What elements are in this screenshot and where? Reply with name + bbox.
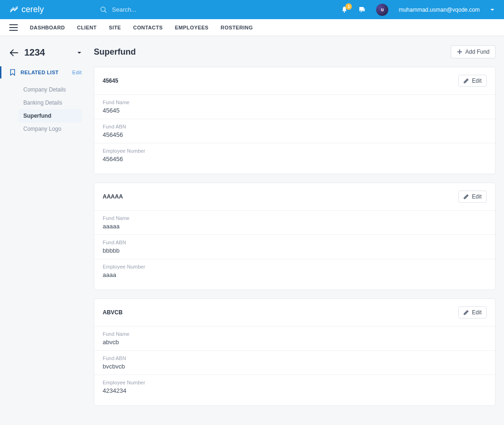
brand-name: cerely	[21, 5, 44, 14]
edit-button[interactable]: Edit	[458, 75, 487, 87]
search-wrap	[100, 6, 205, 14]
nav-rostering[interactable]: ROSTERING	[221, 25, 253, 30]
messages-button[interactable]	[358, 6, 366, 14]
brand: cerely	[9, 5, 44, 14]
breadcrumb-title: 1234	[24, 47, 71, 58]
nav-site[interactable]: SITE	[109, 25, 121, 30]
pencil-icon	[463, 194, 469, 199]
related-list-header: RELATED LIST Edit	[0, 66, 82, 78]
top-bar: cerely 1 u muhammad.usman@vqode.com	[0, 0, 504, 19]
field-value-fund-name: abvcb	[103, 339, 487, 346]
user-email[interactable]: muhammad.usman@vqode.com	[399, 7, 480, 13]
notifications-button[interactable]: 1	[341, 6, 348, 14]
add-fund-label: Add Fund	[465, 49, 490, 55]
field-label-fund-name: Fund Name	[103, 331, 487, 337]
nav-dashboard[interactable]: DASHBOARD	[30, 25, 65, 30]
plus-icon	[457, 49, 462, 55]
field-value-employee-number: aaaa	[103, 271, 487, 278]
field-value-fund-abn: bvcbvcb	[103, 363, 487, 370]
page-title: Superfund	[94, 47, 136, 57]
svg-line-1	[105, 11, 106, 13]
nav-client[interactable]: CLIENT	[77, 25, 97, 30]
nav-contacts[interactable]: CONTACTS	[133, 25, 163, 30]
search-input[interactable]	[112, 6, 205, 13]
field-label-fund-name: Fund Name	[103, 99, 487, 105]
user-menu-caret-icon[interactable]	[490, 7, 495, 12]
fund-card-title: ABVCB	[103, 309, 123, 316]
sidebar-item-company-logo[interactable]: Company Logo	[19, 122, 82, 135]
fund-card: ABVCB Edit Fund Name abvcb Fund ABN bvcb…	[94, 298, 496, 406]
fund-card-title: AAAAA	[103, 193, 123, 200]
sidebar-list: Company Details Banking Details Superfun…	[9, 83, 82, 135]
field-label-employee-number: Employee Number	[103, 264, 487, 269]
field-label-employee-number: Employee Number	[103, 380, 487, 385]
related-list-edit-link[interactable]: Edit	[72, 70, 82, 75]
fund-card: AAAAA Edit Fund Name aaaaa Fund ABN bbbb…	[94, 183, 496, 290]
svg-point-0	[101, 7, 105, 11]
edit-button[interactable]: Edit	[458, 306, 487, 319]
breadcrumb: 1234	[9, 47, 82, 58]
field-label-employee-number: Employee Number	[103, 148, 487, 154]
pencil-icon	[463, 310, 469, 315]
field-value-fund-name: 45645	[103, 107, 487, 114]
edit-button[interactable]: Edit	[458, 191, 487, 203]
brand-logo-icon	[9, 6, 19, 14]
edit-label: Edit	[472, 193, 482, 200]
nav-bar: DASHBOARD CLIENT SITE CONTACTS EMPLOYEES…	[0, 19, 504, 36]
nav-items: DASHBOARD CLIENT SITE CONTACTS EMPLOYEES…	[30, 25, 253, 30]
notification-badge: 1	[345, 3, 352, 10]
page-body: 1234 RELATED LIST Edit Company Details B…	[0, 36, 504, 425]
field-label-fund-abn: Fund ABN	[103, 240, 487, 245]
sidebar-item-superfund[interactable]: Superfund	[19, 109, 82, 122]
svg-point-2	[344, 11, 345, 13]
main-header: Superfund Add Fund	[94, 45, 496, 58]
nav-employees[interactable]: EMPLOYEES	[175, 25, 209, 30]
sidebar: 1234 RELATED LIST Edit Company Details B…	[0, 44, 86, 414]
field-label-fund-name: Fund Name	[103, 215, 487, 221]
sidebar-item-company-details[interactable]: Company Details	[19, 83, 82, 96]
field-value-fund-abn: bbbbb	[103, 247, 487, 254]
search-icon	[100, 6, 107, 14]
main-content: Superfund Add Fund 45645 Edit Fun	[86, 44, 496, 414]
fund-card: 45645 Edit Fund Name 45645 Fund ABN 4564…	[94, 67, 496, 174]
pencil-icon	[463, 78, 469, 84]
related-list-label: RELATED LIST	[21, 70, 59, 75]
field-label-fund-abn: Fund ABN	[103, 355, 487, 361]
hamburger-icon[interactable]	[9, 24, 18, 31]
field-value-employee-number: 456456	[103, 156, 487, 163]
field-value-employee-number: 4234234	[103, 387, 487, 394]
edit-label: Edit	[472, 78, 482, 84]
fund-card-title: 45645	[103, 78, 118, 84]
sidebar-item-banking-details[interactable]: Banking Details	[19, 96, 82, 109]
field-value-fund-abn: 456456	[103, 131, 487, 138]
topbar-right: 1 u muhammad.usman@vqode.com	[341, 4, 495, 16]
bookmark-icon	[9, 69, 16, 76]
field-value-fund-name: aaaaa	[103, 223, 487, 230]
add-fund-button[interactable]: Add Fund	[451, 45, 496, 58]
back-arrow-icon[interactable]	[9, 49, 19, 57]
avatar[interactable]: u	[376, 4, 388, 16]
field-label-fund-abn: Fund ABN	[103, 124, 487, 129]
edit-label: Edit	[472, 309, 482, 316]
breadcrumb-caret-icon[interactable]	[77, 50, 82, 55]
